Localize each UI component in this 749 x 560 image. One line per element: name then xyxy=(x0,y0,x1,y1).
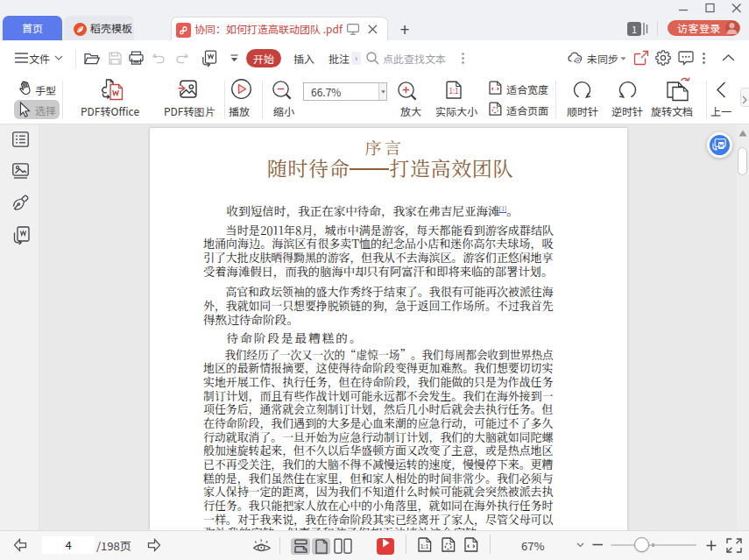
svg-text:1:1: 1:1 xyxy=(449,86,458,96)
svg-text:1:1: 1:1 xyxy=(420,542,429,550)
